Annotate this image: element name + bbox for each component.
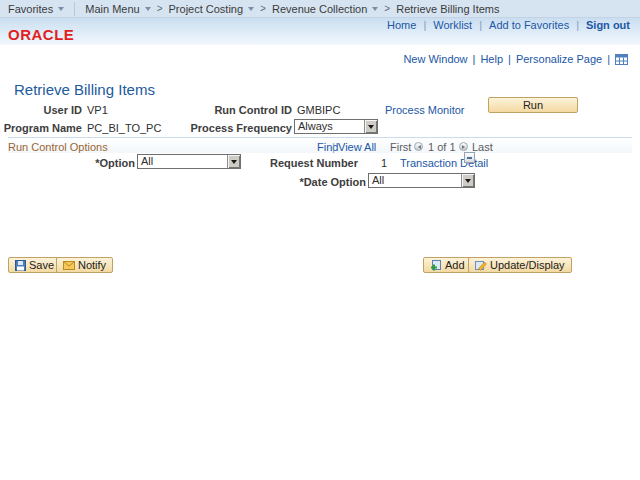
breadcrumb-favorites-menu[interactable]: Favorites xyxy=(8,3,64,15)
breadcrumb-main-menu[interactable]: Main Menu xyxy=(85,3,150,15)
home-link[interactable]: Home xyxy=(387,19,416,31)
sign-out-link[interactable]: Sign out xyxy=(586,19,630,31)
breadcrumb: Favorites Main Menu > Project Costing > … xyxy=(0,0,640,18)
breadcrumb-current-page: Retrieve Billing Items xyxy=(396,3,499,15)
breadcrumb-divider xyxy=(74,2,75,16)
option-selected: All xyxy=(138,155,227,168)
delete-row-minus-icon[interactable] xyxy=(464,152,475,163)
find-link[interactable]: Find xyxy=(317,141,338,153)
process-frequency-label: Process Frequency xyxy=(160,122,292,134)
link-separator: | xyxy=(479,19,482,31)
next-arrow-icon[interactable] xyxy=(459,142,468,151)
date-option-label: *Date Option xyxy=(270,176,366,188)
breadcrumb-separator: > xyxy=(260,3,266,14)
link-separator: | xyxy=(607,53,610,65)
row-position: 1 of 1 xyxy=(428,141,456,153)
option-label: *Option xyxy=(40,157,135,169)
date-option-selected: All xyxy=(369,174,461,187)
floppy-disk-icon xyxy=(15,260,26,271)
chevron-down-icon xyxy=(145,7,151,14)
request-number-label: Request Number xyxy=(270,157,352,169)
link-separator: | xyxy=(332,141,335,153)
page-title: Retrieve Billing Items xyxy=(14,81,155,98)
notify-button-label: Notify xyxy=(78,259,106,271)
process-frequency-dropdown[interactable]: Always xyxy=(294,119,378,134)
run-control-id-label: Run Control ID xyxy=(180,104,292,116)
save-button-label: Save xyxy=(29,259,54,271)
plus-doc-icon xyxy=(430,260,442,271)
notify-button[interactable]: Notify xyxy=(56,257,113,273)
add-to-favorites-link[interactable]: Add to Favorites xyxy=(489,19,569,31)
transaction-detail-link[interactable]: Transaction Detail xyxy=(400,157,488,169)
pencil-icon xyxy=(475,260,487,271)
dropdown-arrow-icon[interactable] xyxy=(227,155,240,168)
link-separator: | xyxy=(473,53,476,65)
dropdown-arrow-icon[interactable] xyxy=(364,120,377,133)
user-id-label: User ID xyxy=(0,104,82,116)
save-button[interactable]: Save xyxy=(8,257,61,273)
oracle-logo: ORACLE xyxy=(8,26,74,43)
chevron-down-icon xyxy=(58,7,64,14)
breadcrumb-project-costing-label: Project Costing xyxy=(169,3,244,15)
view-all-link[interactable]: View All xyxy=(338,141,376,153)
run-control-options-title: Run Control Options xyxy=(8,141,108,153)
last-label: Last xyxy=(472,141,493,153)
user-id-value: VP1 xyxy=(87,104,108,116)
chevron-down-icon xyxy=(372,7,378,14)
run-control-id-value: GMBIPC xyxy=(297,104,340,116)
link-separator: | xyxy=(576,19,579,31)
worklist-link[interactable]: Worklist xyxy=(433,19,472,31)
program-name-label: Program Name xyxy=(0,122,82,134)
date-option-dropdown[interactable]: All xyxy=(368,173,475,188)
dropdown-arrow-icon[interactable] xyxy=(461,174,474,187)
update-display-button-label: Update/Display xyxy=(490,259,565,271)
breadcrumb-project-costing[interactable]: Project Costing xyxy=(169,3,255,15)
program-name-value: PC_BI_TO_PC xyxy=(87,122,161,134)
global-links: Home | Worklist | Add to Favorites | Sig… xyxy=(387,19,630,31)
envelope-icon xyxy=(63,261,75,270)
breadcrumb-current-label: Retrieve Billing Items xyxy=(396,3,499,15)
add-button[interactable]: Add xyxy=(423,257,472,273)
chevron-down-icon xyxy=(248,7,254,14)
grid-icon[interactable] xyxy=(615,54,628,65)
link-separator: | xyxy=(423,19,426,31)
personalize-page-link[interactable]: Personalize Page xyxy=(516,53,602,65)
breadcrumb-separator: > xyxy=(157,3,163,14)
first-label: First xyxy=(390,141,411,153)
help-link[interactable]: Help xyxy=(480,53,503,65)
breadcrumb-separator: > xyxy=(384,3,390,14)
process-frequency-selected: Always xyxy=(295,120,364,133)
page-action-bar: New Window | Help | Personalize Page | xyxy=(403,53,628,65)
new-window-link[interactable]: New Window xyxy=(403,53,467,65)
run-button[interactable]: Run xyxy=(488,97,578,113)
request-number-value: 1 xyxy=(381,157,387,169)
peoplesoft-page: Favorites Main Menu > Project Costing > … xyxy=(0,0,640,480)
prev-arrow-icon[interactable] xyxy=(414,142,423,151)
process-monitor-link[interactable]: Process Monitor xyxy=(385,104,464,116)
option-dropdown[interactable]: All xyxy=(137,154,241,169)
breadcrumb-favorites-label: Favorites xyxy=(8,3,53,15)
breadcrumb-main-menu-label: Main Menu xyxy=(85,3,139,15)
breadcrumb-revenue-collection-label: Revenue Collection xyxy=(272,3,367,15)
update-display-button[interactable]: Update/Display xyxy=(468,257,572,273)
link-separator: | xyxy=(508,53,511,65)
add-button-label: Add xyxy=(445,259,465,271)
breadcrumb-revenue-collection[interactable]: Revenue Collection xyxy=(272,3,378,15)
